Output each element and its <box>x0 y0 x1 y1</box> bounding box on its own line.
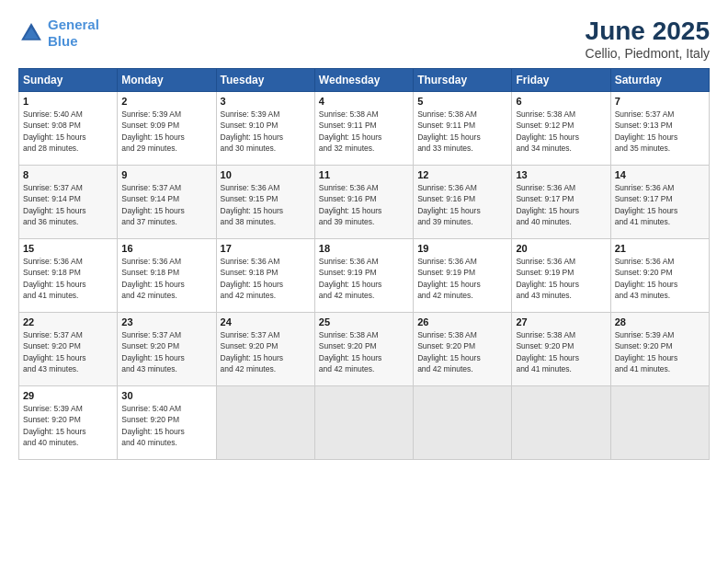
day-number: 2 <box>121 96 211 107</box>
table-row: 23Sunrise: 5:37 AM Sunset: 9:20 PM Dayli… <box>118 313 216 386</box>
table-row: 4Sunrise: 5:38 AM Sunset: 9:11 PM Daylig… <box>314 92 413 166</box>
day-number: 20 <box>516 243 606 254</box>
day-number: 25 <box>319 316 409 327</box>
day-info: Sunrise: 5:36 AM Sunset: 9:18 PM Dayligh… <box>23 256 113 301</box>
calendar-body: 1Sunrise: 5:40 AM Sunset: 9:08 PM Daylig… <box>19 92 710 460</box>
table-row <box>512 386 610 460</box>
day-info: Sunrise: 5:38 AM Sunset: 9:20 PM Dayligh… <box>417 329 507 374</box>
day-number: 27 <box>516 316 606 327</box>
day-info: Sunrise: 5:36 AM Sunset: 9:16 PM Dayligh… <box>319 182 409 227</box>
table-row: 14Sunrise: 5:36 AM Sunset: 9:17 PM Dayli… <box>610 166 709 239</box>
table-row: 7Sunrise: 5:37 AM Sunset: 9:13 PM Daylig… <box>610 92 709 166</box>
day-number: 16 <box>121 243 211 254</box>
col-monday: Monday <box>118 69 216 92</box>
day-info: Sunrise: 5:38 AM Sunset: 9:12 PM Dayligh… <box>516 109 606 154</box>
day-number: 22 <box>23 316 113 327</box>
day-number: 29 <box>23 390 113 401</box>
table-row: 15Sunrise: 5:36 AM Sunset: 9:18 PM Dayli… <box>19 239 118 313</box>
table-row: 10Sunrise: 5:36 AM Sunset: 9:15 PM Dayli… <box>216 166 314 239</box>
day-number: 30 <box>121 390 211 401</box>
day-info: Sunrise: 5:36 AM Sunset: 9:15 PM Dayligh… <box>221 182 311 227</box>
day-info: Sunrise: 5:36 AM Sunset: 9:19 PM Dayligh… <box>516 256 606 301</box>
day-info: Sunrise: 5:39 AM Sunset: 9:20 PM Dayligh… <box>23 403 113 448</box>
col-sunday: Sunday <box>19 69 118 92</box>
table-row: 20Sunrise: 5:36 AM Sunset: 9:19 PM Dayli… <box>512 239 610 313</box>
day-info: Sunrise: 5:36 AM Sunset: 9:19 PM Dayligh… <box>417 256 507 301</box>
header: General Blue June 2025 Cellio, Piedmont,… <box>18 17 710 61</box>
day-info: Sunrise: 5:37 AM Sunset: 9:20 PM Dayligh… <box>121 329 211 374</box>
day-info: Sunrise: 5:36 AM Sunset: 9:17 PM Dayligh… <box>615 182 705 227</box>
table-row: 8Sunrise: 5:37 AM Sunset: 9:14 PM Daylig… <box>19 166 118 239</box>
col-tuesday: Tuesday <box>216 69 314 92</box>
table-row: 24Sunrise: 5:37 AM Sunset: 9:20 PM Dayli… <box>216 313 314 386</box>
day-number: 8 <box>23 169 113 180</box>
day-info: Sunrise: 5:39 AM Sunset: 9:09 PM Dayligh… <box>121 109 211 154</box>
logo: General Blue <box>18 17 99 50</box>
day-number: 14 <box>615 169 705 180</box>
day-number: 1 <box>23 96 113 107</box>
table-row: 1Sunrise: 5:40 AM Sunset: 9:08 PM Daylig… <box>19 92 118 166</box>
table-row: 16Sunrise: 5:36 AM Sunset: 9:18 PM Dayli… <box>118 239 216 313</box>
day-info: Sunrise: 5:40 AM Sunset: 9:08 PM Dayligh… <box>23 109 113 154</box>
day-number: 18 <box>319 243 409 254</box>
calendar-header: Sunday Monday Tuesday Wednesday Thursday… <box>19 69 710 92</box>
logo-icon <box>18 20 44 46</box>
logo-text: General Blue <box>48 17 99 50</box>
day-number: 23 <box>121 316 211 327</box>
day-number: 19 <box>417 243 507 254</box>
table-row: 6Sunrise: 5:38 AM Sunset: 9:12 PM Daylig… <box>512 92 610 166</box>
day-info: Sunrise: 5:38 AM Sunset: 9:11 PM Dayligh… <box>319 109 409 154</box>
day-number: 4 <box>319 96 409 107</box>
day-info: Sunrise: 5:37 AM Sunset: 9:14 PM Dayligh… <box>121 182 211 227</box>
day-number: 9 <box>121 169 211 180</box>
day-number: 17 <box>221 243 311 254</box>
table-row: 9Sunrise: 5:37 AM Sunset: 9:14 PM Daylig… <box>118 166 216 239</box>
table-row <box>610 386 709 460</box>
day-number: 15 <box>23 243 113 254</box>
calendar: Sunday Monday Tuesday Wednesday Thursday… <box>18 68 710 460</box>
table-row <box>414 386 512 460</box>
weekday-row: Sunday Monday Tuesday Wednesday Thursday… <box>19 69 710 92</box>
day-info: Sunrise: 5:36 AM Sunset: 9:18 PM Dayligh… <box>221 256 311 301</box>
day-number: 11 <box>319 169 409 180</box>
table-row <box>216 386 314 460</box>
day-number: 6 <box>516 96 606 107</box>
table-row: 12Sunrise: 5:36 AM Sunset: 9:16 PM Dayli… <box>414 166 512 239</box>
table-row <box>314 386 413 460</box>
day-number: 7 <box>615 96 705 107</box>
table-row: 18Sunrise: 5:36 AM Sunset: 9:19 PM Dayli… <box>314 239 413 313</box>
day-info: Sunrise: 5:38 AM Sunset: 9:11 PM Dayligh… <box>417 109 507 154</box>
day-info: Sunrise: 5:36 AM Sunset: 9:16 PM Dayligh… <box>417 182 507 227</box>
subtitle: Cellio, Piedmont, Italy <box>586 46 710 61</box>
table-row: 19Sunrise: 5:36 AM Sunset: 9:19 PM Dayli… <box>414 239 512 313</box>
table-row: 2Sunrise: 5:39 AM Sunset: 9:09 PM Daylig… <box>118 92 216 166</box>
table-row: 26Sunrise: 5:38 AM Sunset: 9:20 PM Dayli… <box>414 313 512 386</box>
table-row: 30Sunrise: 5:40 AM Sunset: 9:20 PM Dayli… <box>118 386 216 460</box>
day-info: Sunrise: 5:36 AM Sunset: 9:20 PM Dayligh… <box>615 256 705 301</box>
day-info: Sunrise: 5:37 AM Sunset: 9:20 PM Dayligh… <box>221 329 311 374</box>
col-wednesday: Wednesday <box>314 69 413 92</box>
table-row: 25Sunrise: 5:38 AM Sunset: 9:20 PM Dayli… <box>314 313 413 386</box>
table-row: 21Sunrise: 5:36 AM Sunset: 9:20 PM Dayli… <box>610 239 709 313</box>
table-row: 3Sunrise: 5:39 AM Sunset: 9:10 PM Daylig… <box>216 92 314 166</box>
day-number: 3 <box>221 96 311 107</box>
day-info: Sunrise: 5:39 AM Sunset: 9:20 PM Dayligh… <box>615 329 705 374</box>
day-number: 13 <box>516 169 606 180</box>
day-info: Sunrise: 5:36 AM Sunset: 9:17 PM Dayligh… <box>516 182 606 227</box>
table-row: 29Sunrise: 5:39 AM Sunset: 9:20 PM Dayli… <box>19 386 118 460</box>
day-info: Sunrise: 5:36 AM Sunset: 9:18 PM Dayligh… <box>121 256 211 301</box>
table-row: 17Sunrise: 5:36 AM Sunset: 9:18 PM Dayli… <box>216 239 314 313</box>
title-block: June 2025 Cellio, Piedmont, Italy <box>586 17 710 61</box>
day-info: Sunrise: 5:36 AM Sunset: 9:19 PM Dayligh… <box>319 256 409 301</box>
table-row: 28Sunrise: 5:39 AM Sunset: 9:20 PM Dayli… <box>610 313 709 386</box>
day-info: Sunrise: 5:37 AM Sunset: 9:20 PM Dayligh… <box>23 329 113 374</box>
table-row: 22Sunrise: 5:37 AM Sunset: 9:20 PM Dayli… <box>19 313 118 386</box>
page: General Blue June 2025 Cellio, Piedmont,… <box>0 0 728 563</box>
day-number: 10 <box>221 169 311 180</box>
col-thursday: Thursday <box>414 69 512 92</box>
table-row: 11Sunrise: 5:36 AM Sunset: 9:16 PM Dayli… <box>314 166 413 239</box>
day-number: 5 <box>417 96 507 107</box>
main-title: June 2025 <box>586 17 710 46</box>
table-row: 13Sunrise: 5:36 AM Sunset: 9:17 PM Dayli… <box>512 166 610 239</box>
table-row: 5Sunrise: 5:38 AM Sunset: 9:11 PM Daylig… <box>414 92 512 166</box>
